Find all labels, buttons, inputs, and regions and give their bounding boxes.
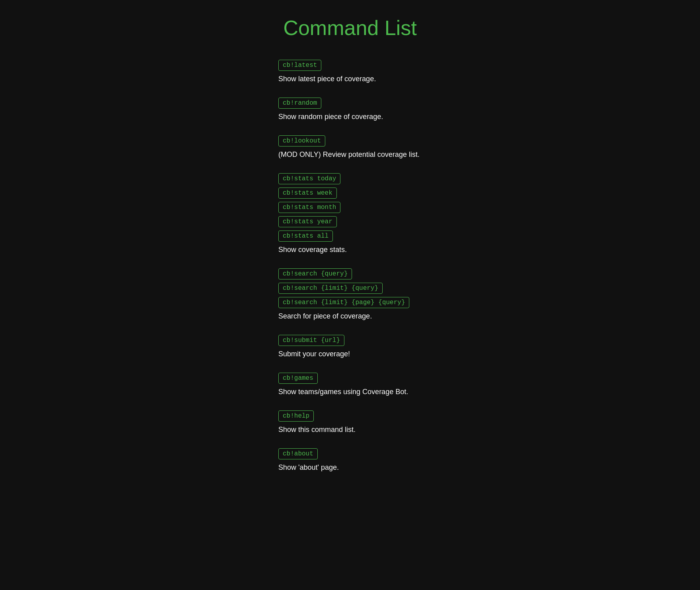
command-badges-search: cb!search {query}cb!search {limit} {quer… xyxy=(278,268,422,310)
command-section-search: cb!search {query}cb!search {limit} {quer… xyxy=(278,268,422,320)
command-badges-stats: cb!stats todaycb!stats weekcb!stats mont… xyxy=(278,173,422,243)
command-section-stats: cb!stats todaycb!stats weekcb!stats mont… xyxy=(278,173,422,254)
command-badges-about: cb!about xyxy=(278,448,422,461)
command-description-lookout: (MOD ONLY) Review potential coverage lis… xyxy=(278,150,422,159)
command-section-submit: cb!submit {url}Submit your coverage! xyxy=(278,335,422,358)
command-badge-search-2: cb!search {limit} {page} {query} xyxy=(278,297,409,308)
command-badge-search-1: cb!search {limit} {query} xyxy=(278,283,383,294)
command-badge-stats-1: cb!stats week xyxy=(278,188,337,199)
command-badge-lookout-0: cb!lookout xyxy=(278,135,325,147)
command-badge-random-0: cb!random xyxy=(278,98,321,109)
command-badges-help: cb!help xyxy=(278,410,422,423)
command-description-stats: Show coverage stats. xyxy=(278,246,422,254)
page-title: Command List xyxy=(0,16,700,40)
command-badges-random: cb!random xyxy=(278,98,422,110)
command-description-random: Show random piece of coverage. xyxy=(278,113,422,121)
command-badge-stats-0: cb!stats today xyxy=(278,173,340,184)
command-badge-submit-0: cb!submit {url} xyxy=(278,335,344,346)
command-badge-help-0: cb!help xyxy=(278,410,314,422)
command-badge-search-0: cb!search {query} xyxy=(278,268,352,279)
command-badge-stats-3: cb!stats year xyxy=(278,216,337,227)
command-badge-stats-4: cb!stats all xyxy=(278,231,333,242)
command-badge-latest-0: cb!latest xyxy=(278,60,321,71)
command-badge-about-0: cb!about xyxy=(278,448,318,459)
command-section-latest: cb!latestShow latest piece of coverage. xyxy=(278,60,422,83)
command-description-latest: Show latest piece of coverage. xyxy=(278,75,422,83)
command-description-search: Search for piece of coverage. xyxy=(278,312,422,320)
command-badge-stats-2: cb!stats month xyxy=(278,202,340,213)
command-description-games: Show teams/games using Coverage Bot. xyxy=(278,388,422,396)
command-list: cb!latestShow latest piece of coverage.c… xyxy=(171,60,529,472)
command-description-help: Show this command list. xyxy=(278,426,422,434)
command-badges-lookout: cb!lookout xyxy=(278,135,422,148)
command-badges-submit: cb!submit {url} xyxy=(278,335,422,348)
command-badge-games-0: cb!games xyxy=(278,373,318,384)
command-section-random: cb!randomShow random piece of coverage. xyxy=(278,98,422,121)
command-badges-games: cb!games xyxy=(278,373,422,385)
command-section-games: cb!gamesShow teams/games using Coverage … xyxy=(278,373,422,396)
command-section-lookout: cb!lookout(MOD ONLY) Review potential co… xyxy=(278,135,422,159)
command-section-help: cb!helpShow this command list. xyxy=(278,410,422,434)
command-section-about: cb!aboutShow 'about' page. xyxy=(278,448,422,472)
command-badges-latest: cb!latest xyxy=(278,60,422,72)
command-description-submit: Submit your coverage! xyxy=(278,350,422,358)
command-description-about: Show 'about' page. xyxy=(278,463,422,472)
